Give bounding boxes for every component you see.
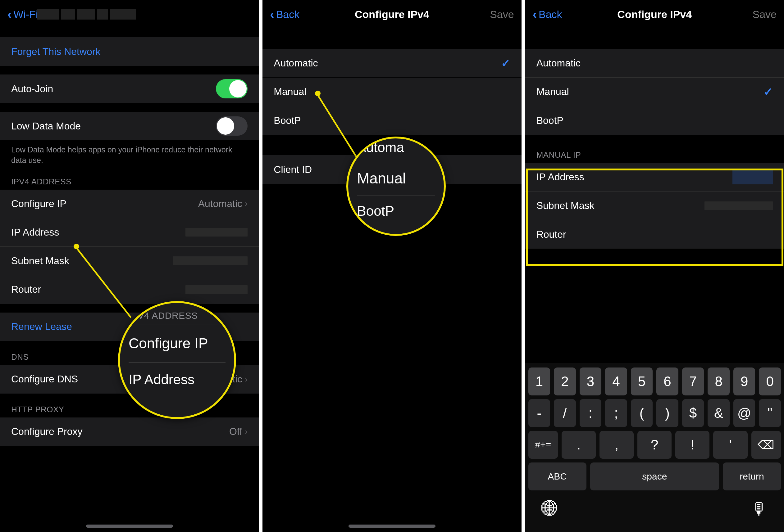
- key-4[interactable]: 4: [605, 367, 627, 395]
- router-row: Router: [0, 275, 259, 304]
- zoom-row-bootp: BootP: [357, 196, 435, 225]
- router-redacted: [186, 285, 248, 294]
- subnet-label: Subnet Mask: [536, 200, 704, 211]
- key-5[interactable]: 5: [631, 367, 653, 395]
- configure-ip-row[interactable]: Configure IP Automatic ›: [0, 190, 259, 218]
- key-8[interactable]: 8: [707, 367, 730, 395]
- panel-wifi-detail: ‹ Wi-Fi Forget This Network Auto-Join Lo…: [0, 0, 259, 532]
- back-button[interactable]: ‹ Wi-Fi: [7, 7, 38, 22]
- back-label: Wi-Fi: [13, 8, 38, 21]
- nav-bar: ‹ Back Configure IPv4 Save: [262, 0, 521, 29]
- key-at[interactable]: @: [733, 399, 755, 427]
- configure-proxy-row[interactable]: Configure Proxy Off ›: [0, 417, 259, 446]
- option-bootp[interactable]: BootP: [525, 106, 784, 135]
- globe-icon[interactable]: 🌐︎: [541, 499, 558, 518]
- ip-address-redacted: [732, 170, 773, 184]
- key-space[interactable]: space: [590, 463, 719, 491]
- key-slash[interactable]: /: [554, 399, 576, 427]
- ip-address-label: IP Address: [536, 171, 732, 183]
- home-indicator: [86, 525, 173, 528]
- key-comma[interactable]: ,: [599, 431, 634, 459]
- key-question[interactable]: ?: [637, 431, 672, 459]
- key-9[interactable]: 9: [733, 367, 755, 395]
- option-automatic[interactable]: Automatic: [525, 49, 784, 78]
- chevron-right-icon: ›: [245, 427, 248, 437]
- subnet-redacted: [173, 256, 248, 265]
- keyboard: 1 2 3 4 5 6 7 8 9 0 - / : ; ( ) $ & @ " …: [525, 363, 784, 532]
- chevron-left-icon: ‹: [7, 7, 11, 22]
- zoom-row-manual: Manual: [357, 161, 435, 196]
- zoom-manual: Automa Manual BootP: [346, 137, 446, 236]
- low-data-toggle[interactable]: [216, 116, 248, 136]
- option-automatic-label: Automatic: [274, 57, 501, 69]
- key-0[interactable]: 0: [759, 367, 781, 395]
- back-label: Back: [539, 8, 562, 21]
- subnet-row: Subnet Mask: [0, 247, 259, 275]
- key-lparen[interactable]: (: [631, 399, 653, 427]
- option-automatic-label: Automatic: [536, 57, 773, 69]
- save-button[interactable]: Save: [752, 8, 777, 21]
- router-field[interactable]: Router: [525, 220, 784, 248]
- router-label: Router: [536, 229, 773, 240]
- option-automatic[interactable]: Automatic ✓: [262, 49, 521, 78]
- back-button[interactable]: ‹ Back: [270, 7, 300, 22]
- ip-address-field[interactable]: IP Address: [525, 163, 784, 191]
- panel-configure-ipv4-auto: ‹ Back Configure IPv4 Save Automatic ✓ M…: [262, 0, 521, 532]
- save-button[interactable]: Save: [490, 8, 514, 21]
- zoom-row-configure-ip: Configure IP: [129, 324, 225, 362]
- key-backspace[interactable]: ⌫: [751, 431, 781, 459]
- checkmark-icon: ✓: [763, 85, 773, 98]
- auto-join-row: Auto-Join: [0, 75, 259, 103]
- key-3[interactable]: 3: [580, 367, 602, 395]
- renew-lease-label: Renew Lease: [11, 321, 72, 332]
- key-7[interactable]: 7: [682, 367, 704, 395]
- key-rparen[interactable]: ): [656, 399, 678, 427]
- home-indicator: [348, 525, 436, 528]
- key-semi[interactable]: ;: [605, 399, 627, 427]
- option-bootp[interactable]: BootP: [262, 106, 521, 135]
- key-6[interactable]: 6: [656, 367, 678, 395]
- nav-bar: ‹ Wi-Fi: [0, 0, 259, 29]
- nav-bar: ‹ Back Configure IPv4 Save: [525, 0, 784, 29]
- key-amp[interactable]: &: [707, 399, 730, 427]
- forget-network-button[interactable]: Forget This Network: [0, 37, 259, 66]
- network-name-redacted: [37, 9, 155, 20]
- configure-proxy-value: Off: [229, 426, 242, 437]
- key-dash[interactable]: -: [528, 399, 551, 427]
- back-button[interactable]: ‹ Back: [533, 7, 562, 22]
- key-period[interactable]: .: [562, 431, 596, 459]
- key-abc[interactable]: ABC: [528, 463, 586, 491]
- back-label: Back: [276, 8, 300, 21]
- key-return[interactable]: return: [723, 463, 781, 491]
- key-symbols[interactable]: #+=: [528, 431, 558, 459]
- low-data-row: Low Data Mode: [0, 112, 259, 140]
- key-colon[interactable]: :: [580, 399, 602, 427]
- mic-icon[interactable]: 🎙︎: [751, 499, 768, 518]
- subnet-redacted: [704, 202, 773, 210]
- chevron-right-icon: ›: [245, 374, 248, 384]
- low-data-footer: Low Data Mode helps apps on your iPhone …: [0, 140, 259, 166]
- page-title: Configure IPv4: [525, 8, 784, 21]
- ipv4-header: IPV4 ADDRESS: [0, 166, 259, 190]
- key-apos[interactable]: ': [713, 431, 747, 459]
- zoom-row-ip-address: IP Address: [129, 362, 225, 393]
- key-quote[interactable]: ": [759, 399, 781, 427]
- auto-join-toggle[interactable]: [216, 79, 248, 98]
- option-manual-label: Manual: [536, 86, 763, 97]
- key-dollar[interactable]: $: [682, 399, 704, 427]
- zoom-configure-ip: IPV4 ADDRESS Configure IP IP Address: [118, 301, 236, 419]
- ip-address-row: IP Address: [0, 218, 259, 247]
- chevron-right-icon: ›: [245, 199, 248, 209]
- option-manual[interactable]: Manual: [262, 78, 521, 106]
- key-2[interactable]: 2: [554, 367, 576, 395]
- configure-ip-value: Automatic: [198, 198, 242, 209]
- configure-proxy-label: Configure Proxy: [11, 426, 229, 437]
- subnet-label: Subnet Mask: [11, 255, 173, 267]
- option-manual[interactable]: Manual ✓: [525, 78, 784, 106]
- option-bootp-label: BootP: [274, 115, 510, 126]
- option-manual-label: Manual: [274, 86, 510, 97]
- subnet-field[interactable]: Subnet Mask: [525, 191, 784, 220]
- key-excl[interactable]: !: [675, 431, 709, 459]
- ip-address-redacted: [186, 228, 248, 237]
- key-1[interactable]: 1: [528, 367, 551, 395]
